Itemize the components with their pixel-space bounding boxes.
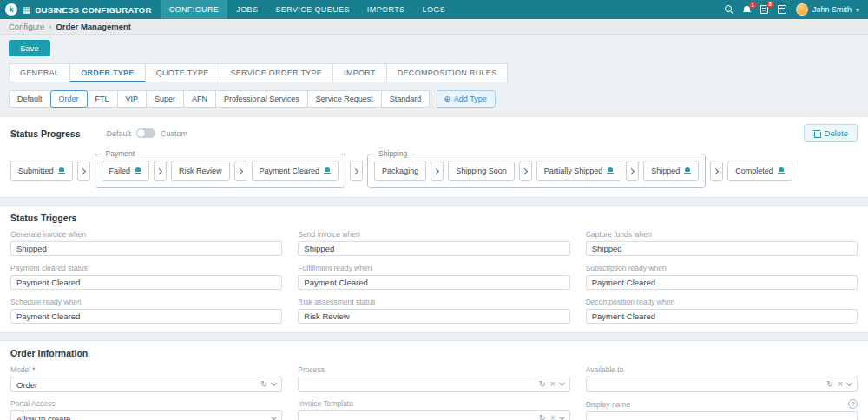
status-payment-cleared[interactable]: Payment Cleared (252, 161, 339, 181)
field-model: Model* Order ↻ (10, 365, 282, 392)
bell-icon[interactable] (324, 167, 331, 174)
tab-import[interactable]: IMPORT (332, 63, 387, 82)
fulfillment-ready-when-input[interactable] (298, 275, 569, 290)
notifications-button[interactable]: 1 (743, 6, 751, 14)
chip-super[interactable]: Super (146, 90, 184, 108)
risk-assessment-status-input[interactable] (298, 309, 569, 324)
tab-general[interactable]: GENERAL (9, 63, 70, 82)
logo-letter: k (9, 5, 13, 14)
field-schedule-ready-when: Schedule ready when (10, 298, 282, 324)
calendar-button[interactable] (778, 5, 786, 14)
available-to-select[interactable]: ↻ × (586, 377, 858, 392)
schedule-ready-when-input[interactable] (10, 309, 282, 324)
status-completed[interactable]: Completed (727, 161, 792, 181)
chevron-down-icon: ▾ (856, 6, 859, 14)
breadcrumb-root[interactable]: Configure (9, 22, 44, 31)
chip-vip[interactable]: VIP (117, 90, 148, 108)
display-name-input[interactable] (586, 411, 858, 420)
status-submitted[interactable]: Submitted (10, 161, 73, 181)
refresh-icon[interactable]: ↻ (538, 414, 545, 420)
field-label: Send invoice when (298, 230, 569, 239)
status-failed[interactable]: Failed (102, 161, 150, 181)
refresh-icon[interactable]: ↻ (260, 380, 267, 389)
chip-professional-services[interactable]: Professional Services (215, 90, 308, 108)
status-shipping-soon[interactable]: Shipping Soon (448, 161, 515, 181)
nav-item-imports[interactable]: IMPORTS (358, 0, 414, 19)
chip-standard[interactable]: Standard (381, 90, 431, 108)
bell-icon[interactable] (607, 167, 614, 174)
status-partially-shipped[interactable]: Partially Shipped (536, 161, 622, 181)
subscription-ready-when-input[interactable] (586, 275, 858, 290)
status-label: Completed (735, 167, 773, 175)
refresh-icon[interactable]: ↻ (826, 380, 833, 389)
breadcrumb-current: Order Management (56, 22, 131, 31)
nav-item-jobs[interactable]: JOBS (227, 0, 266, 19)
calendar-icon (778, 5, 786, 14)
chevron-down-icon[interactable] (271, 414, 277, 420)
status-triggers-grid: Generate invoice when Send invoice when … (10, 230, 858, 324)
search-button[interactable] (725, 5, 733, 14)
status-packaging[interactable]: Packaging (374, 161, 426, 181)
chip-default[interactable]: Default (9, 90, 51, 108)
clear-icon[interactable]: × (550, 414, 556, 420)
tasks-button[interactable]: 3 (760, 5, 768, 14)
chip-afn[interactable]: AFN (183, 90, 216, 108)
capture-funds-when-input[interactable] (586, 241, 858, 256)
apps-grid-icon[interactable]: ▦ (23, 5, 30, 15)
chip-order[interactable]: Order (50, 90, 88, 108)
order-info-grid-row1: Model* Order ↻ Process ↻ × Available to (10, 365, 858, 392)
chevron-down-icon[interactable] (846, 380, 852, 386)
field-risk-assessment-status: Risk assessment status (298, 298, 569, 324)
tab-order-type[interactable]: ORDER TYPE (69, 63, 146, 82)
status-label: Failed (109, 167, 131, 175)
user-menu[interactable]: John Smith ▾ (796, 3, 859, 16)
send-invoice-when-input[interactable] (298, 241, 569, 256)
payment-group: Payment Failed Risk Review Payment Clear… (95, 154, 346, 188)
model-select[interactable]: Order ↻ (10, 377, 282, 392)
payment-cleared-status-input[interactable] (10, 275, 282, 290)
invoice-template-select[interactable]: ↻ × (298, 410, 569, 420)
user-name: John Smith (812, 5, 852, 14)
bell-icon[interactable] (135, 167, 141, 174)
help-icon[interactable]: ? (848, 399, 858, 409)
chevron-down-icon[interactable] (559, 414, 565, 420)
save-button[interactable]: Save (9, 40, 50, 56)
nav-item-logs[interactable]: LOGS (414, 0, 455, 19)
default-custom-toggle-group: Default Custom (107, 128, 188, 138)
nav-item-service-queues[interactable]: SERVICE QUEUES (266, 0, 358, 19)
app-logo[interactable]: k (5, 3, 17, 16)
bell-icon[interactable] (58, 167, 65, 174)
decomposition-ready-when-input[interactable] (586, 309, 858, 324)
field-portal-access: Portal Access Allow to create (10, 399, 282, 420)
nav-item-configure[interactable]: CONFIGURE (161, 0, 228, 19)
portal-access-select[interactable]: Allow to create (10, 410, 282, 420)
tab-decomposition-rules[interactable]: DECOMPOSITION RULES (386, 63, 509, 82)
display-name-label-row: Display name ? (586, 399, 858, 409)
generate-invoice-when-input[interactable] (10, 241, 282, 256)
clear-icon[interactable]: × (838, 380, 843, 389)
field-label: Subscription ready when (586, 264, 858, 272)
tab-service-order-type[interactable]: SERVICE ORDER TYPE (220, 63, 334, 82)
chevron-down-icon[interactable] (271, 380, 277, 386)
refresh-icon[interactable]: ↻ (538, 380, 545, 389)
delete-button[interactable]: Delete (804, 124, 858, 142)
brand-title: BUSINESS CONFIGURATOR (35, 5, 151, 15)
process-select[interactable]: ↻ × (298, 377, 569, 392)
bell-icon[interactable] (778, 167, 785, 174)
status-shipped[interactable]: Shipped (643, 161, 699, 181)
tab-quote-type[interactable]: QUOTE TYPE (145, 63, 220, 82)
status-risk-review[interactable]: Risk Review (171, 161, 230, 181)
status-flow: Submitted Payment Failed Risk Review Pay… (10, 154, 858, 188)
clear-icon[interactable]: × (550, 380, 556, 389)
bell-icon[interactable] (684, 167, 691, 174)
payment-group-label: Payment (102, 149, 139, 158)
field-subscription-ready-when: Subscription ready when (586, 264, 858, 290)
notifications-badge: 1 (749, 2, 756, 9)
default-custom-toggle[interactable] (136, 128, 155, 138)
chip-ftl[interactable]: FTL (87, 90, 118, 108)
status-label: Payment Cleared (260, 167, 320, 175)
add-type-button[interactable]: ⊕ Add Type (437, 90, 495, 108)
chevron-down-icon[interactable] (559, 380, 565, 386)
chevron-right-icon (77, 161, 90, 181)
chip-service-request[interactable]: Service Request (307, 90, 382, 108)
